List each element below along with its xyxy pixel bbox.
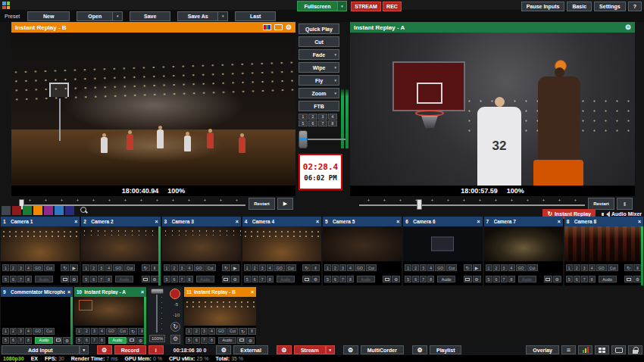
overlay-number-button[interactable]: 5	[2, 337, 9, 344]
monitor-icon[interactable]	[142, 276, 150, 282]
pause-icon[interactable]: ‖	[248, 328, 256, 335]
gear-icon[interactable]: ⚙	[246, 337, 255, 344]
overlay-number-button[interactable]: 7	[17, 337, 24, 344]
input-header[interactable]: 6Camera 6×	[403, 217, 482, 226]
overlay-number-button[interactable]: 1	[83, 264, 89, 271]
overlay-number-button[interactable]: 2	[171, 264, 178, 271]
monitor-icon[interactable]	[54, 337, 62, 344]
close-icon[interactable]: ×	[67, 289, 70, 295]
loop-icon[interactable]: ↻	[624, 264, 633, 271]
overlay-number-button[interactable]: 2	[308, 114, 317, 120]
overlay-number-button[interactable]: 6	[83, 337, 90, 344]
audio-meters-icon[interactable]	[578, 345, 592, 354]
overlay-number-button[interactable]: 1	[405, 264, 411, 271]
close-icon[interactable]: ×	[316, 219, 319, 224]
close-icon[interactable]: ×	[477, 219, 480, 224]
go-button[interactable]: GO	[596, 264, 607, 271]
loop-icon[interactable]: ↻	[61, 264, 69, 271]
cut-button[interactable]: Cut	[44, 264, 55, 271]
cut-button[interactable]: Cut	[227, 328, 238, 335]
overlay-number-button[interactable]: 6	[493, 276, 500, 282]
cut-button[interactable]: Cut	[366, 264, 377, 271]
loop-icon[interactable]: ↻	[464, 264, 472, 271]
fly-button[interactable]: Fly▾	[299, 75, 339, 86]
zoom-button[interactable]: Zoom▾	[299, 88, 339, 98]
overlay-number-button[interactable]: 7	[17, 276, 24, 282]
open-button[interactable]: Open	[77, 11, 113, 21]
overlay-number-button[interactable]: 3	[91, 328, 98, 335]
close-icon[interactable]: ×	[396, 219, 399, 224]
add-input-dropdown-icon[interactable]: ▾	[80, 345, 89, 354]
audio-button[interactable]: Audio	[115, 276, 133, 282]
reset-volume-button[interactable]: ↻	[170, 322, 180, 332]
go-button[interactable]: GO	[274, 264, 285, 271]
go-button[interactable]: GO	[216, 328, 227, 335]
overlay-number-button[interactable]: 8	[589, 276, 596, 282]
overlay-number-button[interactable]: 8	[25, 337, 32, 344]
overlay-number-button[interactable]: 2	[10, 328, 17, 335]
colorbars-icon[interactable]	[263, 24, 271, 30]
input-header[interactable]: 5Camera 5×	[323, 217, 402, 226]
overlay-number-button[interactable]: 5	[324, 276, 331, 282]
overlay-number-button[interactable]: 2	[193, 328, 200, 335]
play-icon[interactable]: ▶	[277, 198, 293, 210]
input-thumbnail[interactable]	[403, 226, 482, 261]
loop-icon[interactable]: ↻	[239, 328, 247, 335]
overlay-number-button[interactable]: 1	[299, 114, 308, 120]
playlist-button[interactable]: Playlist	[430, 345, 462, 354]
input-cell[interactable]: 7Camera 7×1234GOCut5678Audio⚙	[484, 217, 563, 286]
input-thumbnail[interactable]	[1, 226, 80, 261]
play-icon[interactable]: ▶	[473, 264, 481, 271]
monitor-icon[interactable]	[383, 276, 391, 282]
overlay-number-button[interactable]: 3	[318, 114, 327, 120]
overlay-number-button[interactable]: 3	[179, 264, 186, 271]
save-as-dropdown-icon[interactable]: ▾	[218, 11, 228, 21]
preview-video[interactable]	[11, 33, 295, 186]
input-header[interactable]: 2Camera 2×	[81, 217, 160, 226]
color-swatch[interactable]	[12, 206, 21, 215]
overlay-number-button[interactable]: 5	[405, 276, 411, 282]
gear-icon[interactable]: ⚙	[392, 276, 400, 282]
chevron-down-icon[interactable]: ▾	[334, 91, 336, 95]
play-icon[interactable]: ▶	[231, 264, 239, 271]
monitor-icon[interactable]	[222, 276, 230, 282]
overlay-number-button[interactable]: 8	[208, 337, 215, 344]
overlay-number-button[interactable]: 7	[91, 337, 98, 344]
close-icon[interactable]: ×	[155, 219, 158, 224]
overlay-number-button[interactable]: 4	[98, 328, 105, 335]
external-button[interactable]: External	[233, 345, 268, 354]
add-input-button[interactable]: Add Input	[2, 345, 80, 354]
overlay-number-button[interactable]: 8	[25, 276, 32, 282]
input-cell[interactable]: 4Camera 4×1234GOCut↻‖5678Audio⚙	[242, 217, 321, 286]
pause-inputs-button[interactable]: Pause Inputs	[521, 2, 565, 11]
input-cell[interactable]: 3Camera 3×1234GOCut↻▶5678Audio⚙	[162, 217, 241, 286]
loop-icon[interactable]: ↻	[222, 264, 230, 271]
input-thumbnail[interactable]	[484, 226, 563, 261]
stream-settings-gear-icon[interactable]: ⚙	[277, 345, 292, 354]
mute-button[interactable]	[170, 289, 180, 299]
overlay-number-button[interactable]: 4	[25, 328, 32, 335]
input-thumbnail[interactable]	[74, 297, 146, 326]
audio-button[interactable]: Audio	[196, 276, 214, 282]
overlay-number-button[interactable]: 2	[90, 264, 97, 271]
go-button[interactable]: GO	[113, 264, 123, 271]
overlay-number-button[interactable]: 1	[324, 264, 331, 271]
overlay-number-button[interactable]: 6	[252, 276, 258, 282]
fullscreen-button[interactable]: Fullscreen ▾	[297, 1, 347, 11]
stream-button[interactable]: Stream	[294, 345, 326, 354]
overlay-number-button[interactable]: 5	[186, 337, 192, 344]
overlay-number-button[interactable]: 1	[186, 328, 192, 335]
overlay-number-button[interactable]: 6	[90, 276, 97, 282]
gear-icon[interactable]: ⚙	[473, 276, 481, 282]
overlay-number-button[interactable]: 7	[259, 276, 266, 282]
volume-fader-track[interactable]	[156, 295, 158, 332]
overlay-number-button[interactable]: 3	[420, 264, 427, 271]
camera-icon[interactable]	[274, 24, 283, 30]
input-cell[interactable]: 6Camera 6×1234GOCut↻▶5678Audio⚙	[403, 217, 482, 286]
tbar-track[interactable]	[302, 139, 345, 140]
audio-button[interactable]: Audio	[218, 337, 236, 344]
overlay-number-button[interactable]: 6	[412, 276, 419, 282]
overlay-number-button[interactable]: 5	[566, 276, 573, 282]
save-as-button[interactable]: Save As	[177, 11, 218, 21]
fade-button[interactable]: Fade▾	[299, 49, 339, 60]
